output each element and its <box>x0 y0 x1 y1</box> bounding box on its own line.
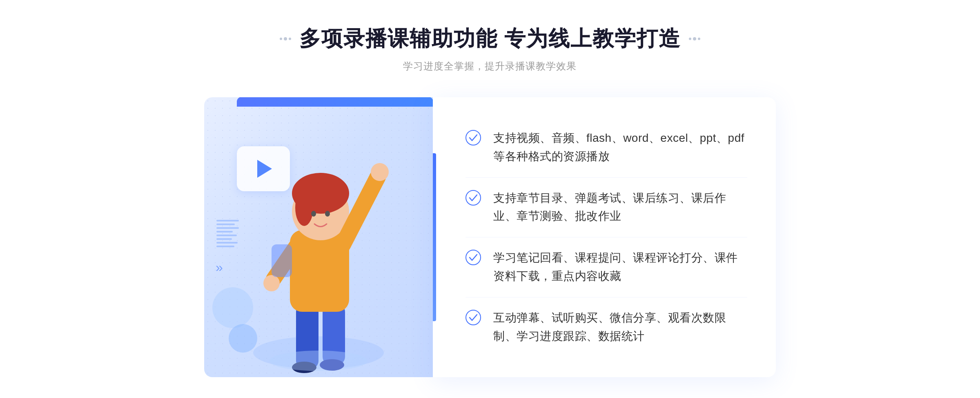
check-icon-2 <box>466 190 481 206</box>
svg-point-14 <box>263 275 280 291</box>
feature-text-1: 支持视频、音频、flash、word、excel、ppt、pdf等各种格式的资源… <box>493 129 747 166</box>
content-area: » <box>204 97 776 377</box>
header-section: 多项录播课辅助功能 专为线上教学打造 学习进度全掌握，提升录播课教学效果 <box>280 25 700 73</box>
features-panel: 支持视频、音频、flash、word、excel、ppt、pdf等各种格式的资源… <box>433 97 776 377</box>
feature-item-4: 互动弹幕、试听购买、微信分享、观看次数限制、学习进度跟踪、数据统计 <box>466 297 747 357</box>
page-title: 多项录播课辅助功能 专为线上教学打造 <box>299 25 681 53</box>
feature-text-4: 互动弹幕、试听购买、微信分享、观看次数限制、学习进度跟踪、数据统计 <box>493 309 747 346</box>
svg-point-17 <box>466 130 481 145</box>
check-icon-1 <box>466 130 481 145</box>
svg-point-8 <box>295 189 313 226</box>
page-subtitle: 学习进度全掌握，提升录播课教学效果 <box>280 60 700 73</box>
feature-item-1: 支持视频、音频、flash、word、excel、ppt、pdf等各种格式的资源… <box>466 118 747 178</box>
left-decorative-dots <box>280 37 291 40</box>
feature-item-3: 学习笔记回看、课程提问、课程评论打分、课件资料下载，重点内容收藏 <box>466 237 747 297</box>
accent-bar <box>433 153 436 321</box>
page-container: 多项录播课辅助功能 专为线上教学打造 学习进度全掌握，提升录播课教学效果 <box>0 0 980 398</box>
person-illustration <box>233 140 404 377</box>
illustration-area: » <box>204 97 433 377</box>
svg-point-12 <box>371 163 389 181</box>
check-icon-3 <box>466 250 481 265</box>
svg-point-20 <box>466 310 481 325</box>
svg-point-18 <box>466 190 481 205</box>
title-row: 多项录播课辅助功能 专为线上教学打造 <box>280 25 700 53</box>
svg-point-19 <box>466 250 481 265</box>
top-accent-bar <box>237 97 433 107</box>
feature-text-2: 支持章节目录、弹题考试、课后练习、课后作业、章节测验、批改作业 <box>493 189 747 226</box>
right-decorative-dots <box>689 37 700 40</box>
svg-rect-15 <box>272 244 292 277</box>
svg-point-9 <box>311 211 316 217</box>
arrow-decoration: » <box>216 260 223 275</box>
svg-point-16 <box>270 351 368 371</box>
feature-text-3: 学习笔记回看、课程提问、课程评论打分、课件资料下载，重点内容收藏 <box>493 249 747 286</box>
check-icon-4 <box>466 310 481 325</box>
feature-item-2: 支持章节目录、弹题考试、课后练习、课后作业、章节测验、批改作业 <box>466 178 747 238</box>
svg-point-10 <box>325 211 330 217</box>
